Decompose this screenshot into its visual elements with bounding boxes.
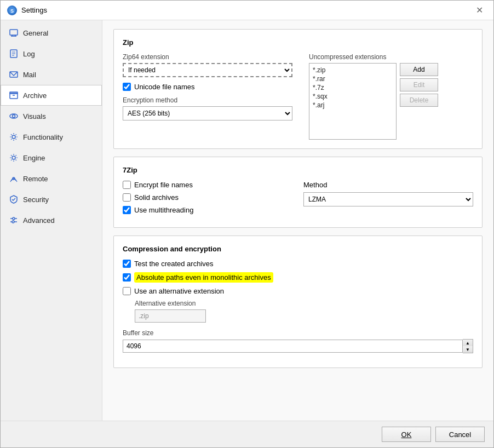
svg-rect-2: [10, 30, 18, 35]
encryption-select[interactable]: AES (256 bits) ZipCrypto: [123, 106, 292, 120]
main-content: Zip Zip64 extension If needed Always Nev…: [102, 20, 493, 421]
alt-extension-group: Alternative extension: [135, 300, 473, 323]
ext-sqx: *.sqx: [312, 92, 394, 101]
sidebar-item-general[interactable]: General: [1, 22, 102, 43]
sidebar-item-functionality[interactable]: Functionality: [1, 127, 102, 147]
zip64-group: Zip64 extension If needed Always Never: [123, 53, 298, 77]
archive-icon: [9, 90, 19, 100]
alt-extension-input[interactable]: [135, 309, 206, 323]
edit-extension-button[interactable]: Edit: [400, 78, 438, 91]
svg-point-20: [12, 221, 14, 223]
zzip-section-title: 7Zip: [123, 166, 473, 174]
log-icon: [9, 49, 19, 59]
footer: OK Cancel: [1, 421, 493, 447]
multithreading-checkbox[interactable]: [123, 206, 131, 214]
compression-section: Compression and encryption Test the crea…: [113, 236, 482, 368]
title-bar: S Settings ✕: [1, 1, 493, 20]
cancel-button[interactable]: Cancel: [435, 427, 485, 442]
buffer-size-input[interactable]: [123, 340, 463, 353]
ext-zip: *.zip: [312, 66, 394, 74]
solid-archives-checkbox[interactable]: [123, 193, 131, 202]
absolute-paths-label: Absolute paths even in monolithic archiv…: [136, 273, 271, 282]
zip-section: Zip Zip64 extension If needed Always Nev…: [113, 29, 482, 149]
uncompressed-label: Uncompressed extensions: [309, 53, 473, 61]
encrypt-names-label: Encrypt file names: [134, 181, 193, 189]
absolute-paths-checkbox[interactable]: [123, 273, 131, 282]
zzip-left-col: Encrypt file names Solid archives Use mu…: [123, 181, 292, 219]
spinner-down-button[interactable]: ▼: [463, 346, 473, 353]
engine-icon: [9, 153, 19, 163]
title-bar-left: S Settings: [7, 5, 47, 15]
zip-right-col: Uncompressed extensions *.zip *.rar *.7z…: [309, 53, 473, 140]
test-archives-row: Test the created archives: [123, 260, 473, 268]
monitor-icon: [9, 28, 19, 38]
sidebar-item-security[interactable]: Security: [1, 189, 102, 210]
extensions-box: *.zip *.rar *.7z *.sqx *.arj: [309, 63, 397, 140]
alt-extension-field-label: Alternative extension: [135, 300, 473, 307]
sidebar-item-visuals[interactable]: Visuals: [1, 106, 102, 127]
svg-point-19: [13, 217, 15, 220]
absolute-paths-row: Absolute paths even in monolithic archiv…: [123, 272, 473, 283]
compression-section-title: Compression and encryption: [123, 245, 473, 253]
app-icon: S: [7, 5, 17, 15]
absolute-paths-highlight: Absolute paths even in monolithic archiv…: [134, 272, 273, 283]
method-label: Method: [303, 181, 473, 189]
alt-extension-row: Use an alternative extension: [123, 287, 473, 295]
buffer-size-label: Buffer size: [123, 329, 473, 337]
sidebar-label-advanced: Advanced: [23, 216, 55, 225]
eye-icon: [9, 111, 19, 121]
test-archives-checkbox[interactable]: [123, 260, 131, 268]
sidebar-label-engine: Engine: [23, 154, 45, 162]
sidebar-label-log: Log: [23, 50, 35, 58]
alt-extension-label: Use an alternative extension: [134, 287, 224, 295]
window-title: Settings: [21, 6, 47, 14]
solid-archives-label: Solid archives: [134, 193, 179, 202]
mail-icon: [9, 70, 19, 79]
zip64-label: Zip64 extension: [123, 53, 298, 61]
alt-extension-checkbox[interactable]: [123, 287, 131, 295]
sidebar-item-advanced[interactable]: Advanced: [1, 210, 102, 231]
functionality-icon: [9, 132, 19, 142]
ext-7z: *.7z: [312, 83, 394, 92]
close-button[interactable]: ✕: [472, 3, 487, 18]
sidebar-label-functionality: Functionality: [23, 133, 63, 141]
sidebar-item-log[interactable]: Log: [1, 43, 102, 64]
zzip-two-col: Encrypt file names Solid archives Use mu…: [123, 181, 473, 219]
sidebar-item-engine[interactable]: Engine: [1, 147, 102, 168]
ext-buttons: Add Edit Delete: [400, 63, 438, 140]
multithreading-label: Use multithreading: [134, 206, 193, 214]
sidebar-item-remote[interactable]: Remote: [1, 168, 102, 189]
add-extension-button[interactable]: Add: [400, 63, 438, 76]
unicode-label: Unicode file names: [134, 83, 195, 91]
spinner-up-button[interactable]: ▲: [463, 340, 473, 346]
encrypt-names-checkbox[interactable]: [123, 181, 131, 189]
buffer-size-spinner: ▲ ▼: [123, 339, 473, 353]
delete-extension-button[interactable]: Delete: [400, 94, 438, 107]
multithreading-row: Use multithreading: [123, 206, 292, 214]
content-area: General Log: [1, 20, 493, 421]
sidebar-label-general: General: [23, 29, 48, 37]
sidebar-item-archive[interactable]: Archive: [1, 85, 102, 106]
sidebar-label-archive: Archive: [23, 91, 47, 100]
sidebar-label-security: Security: [23, 196, 49, 204]
spinner-buttons: ▲ ▼: [463, 339, 473, 353]
svg-text:S: S: [10, 8, 14, 14]
ext-arj: *.arj: [312, 101, 394, 110]
ext-rar: *.rar: [312, 74, 394, 83]
settings-window: S Settings ✕ General: [0, 0, 494, 448]
method-select[interactable]: LZMA LZMA2 PPMd BZip2 Deflate: [303, 192, 473, 206]
svg-point-16: [12, 135, 15, 139]
sidebar-item-mail[interactable]: Mail: [1, 64, 102, 85]
advanced-icon: [9, 215, 19, 225]
zzip-right-col: Method LZMA LZMA2 PPMd BZip2 Deflate: [303, 181, 473, 219]
security-icon: [9, 194, 19, 204]
zip64-select[interactable]: If needed Always Never: [123, 63, 292, 77]
unicode-checkbox[interactable]: [123, 83, 131, 91]
zip-left-col: Zip64 extension If needed Always Never U…: [123, 53, 298, 140]
ok-button[interactable]: OK: [382, 427, 431, 442]
unicode-row: Unicode file names: [123, 83, 298, 91]
solid-archives-row: Solid archives: [123, 193, 292, 202]
remote-icon: [9, 174, 19, 183]
encryption-group: Encryption method AES (256 bits) ZipCryp…: [123, 96, 298, 120]
zip-section-title: Zip: [123, 38, 473, 47]
